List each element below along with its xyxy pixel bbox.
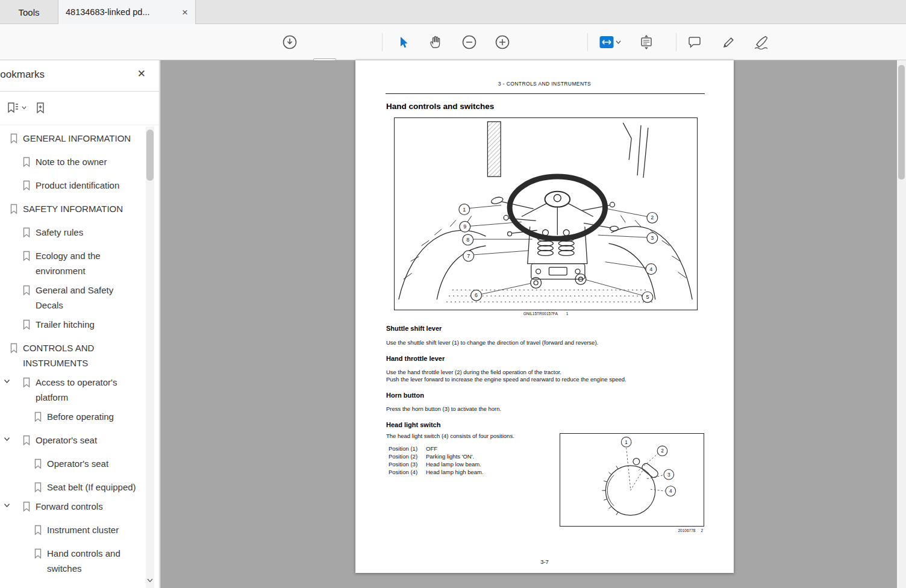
bookmark-list-icon	[6, 101, 19, 114]
position-value: Head lamp high beam.	[426, 469, 522, 475]
svg-text:3: 3	[651, 235, 654, 241]
bookmark-item-product-identification[interactable]: Product identification	[0, 174, 160, 197]
document-canvas[interactable]: 3 - CONTROLS AND INSTRUMENTS Hand contro…	[160, 60, 897, 588]
download-button[interactable]	[280, 32, 300, 52]
figure-1-code: GNIL15TR00157FA	[523, 311, 558, 316]
sidebar-scroll-down-button[interactable]	[146, 575, 154, 586]
select-tool-button[interactable]	[393, 32, 413, 52]
figure-2-code: 20106778	[678, 528, 695, 533]
sidebar-scrollbar-thumb[interactable]	[146, 130, 154, 181]
bookmark-item-ecology-and-the-environment[interactable]: Ecology and the environment	[0, 244, 160, 278]
sidebar-scrollbar[interactable]	[146, 127, 154, 588]
bookmark-item-general-and-safety-decals[interactable]: General and Safety Decals	[0, 278, 160, 313]
position-label: Position (2)	[389, 453, 423, 460]
section-heading: Horn button	[386, 392, 424, 399]
chevron-down-icon[interactable]	[4, 379, 10, 384]
section-heading: Head light switch	[386, 421, 440, 428]
window-tab-bar: Tools 48134683-linked pd... ×	[0, 0, 906, 24]
bookmarks-tree: GENERAL INFORMATION Note to the owner Pr…	[0, 127, 160, 576]
bookmark-label: General and Safety Decals	[36, 283, 139, 313]
bookmark-item-general-information[interactable]: GENERAL INFORMATION	[0, 127, 160, 150]
chevron-down-icon	[22, 106, 27, 110]
bookmark-label: Safety rules	[36, 225, 139, 240]
document-tab[interactable]: 48134683-linked pd... ×	[58, 0, 196, 24]
document-scrollbar-thumb[interactable]	[898, 65, 905, 180]
position-label: Position (4)	[389, 469, 423, 475]
svg-text:6: 6	[475, 292, 478, 298]
chevron-down-icon[interactable]	[4, 437, 10, 442]
bookmark-icon	[22, 435, 31, 446]
main-toolbar: / 140 54.5%	[0, 24, 906, 60]
zoom-out-icon	[461, 34, 477, 50]
bookmark-item-safety-rules[interactable]: Safety rules	[0, 220, 160, 244]
position-label: Position (3)	[389, 461, 423, 468]
bookmark-icon	[22, 319, 31, 330]
bookmark-item-seat-belt[interactable]: Seat belt (If equipped)	[0, 475, 160, 495]
close-tab-icon[interactable]: ×	[182, 7, 188, 17]
section-text: Push the lever forward to increase the e…	[386, 376, 626, 384]
page-scrolling-button[interactable]	[636, 32, 657, 52]
bookmark-item-operators-seat[interactable]: Operator's seat	[0, 452, 160, 475]
zoom-out-button[interactable]	[459, 32, 480, 52]
bookmarks-panel-title: Bookmarks	[0, 69, 45, 81]
toolbar-separator	[382, 33, 383, 51]
page-footer: 3-7	[355, 558, 734, 565]
pencil-icon	[722, 35, 736, 49]
bookmark-icon	[33, 525, 43, 536]
tools-tab[interactable]: Tools	[0, 0, 58, 24]
bookmark-label: Trailer hitching	[36, 317, 139, 332]
bookmark-icon	[33, 458, 43, 469]
fill-sign-button[interactable]	[751, 32, 772, 52]
bookmarks-toolbar	[0, 92, 159, 125]
figure-2-number: 2	[701, 528, 703, 533]
svg-text:5: 5	[646, 294, 649, 300]
bookmark-label: SAFETY INFORMATION	[23, 201, 134, 216]
bookmark-icon	[22, 227, 31, 238]
bookmark-label: Seat belt (If equipped)	[47, 480, 137, 495]
bookmark-options-button[interactable]	[4, 98, 29, 117]
bookmark-item-safety-information[interactable]: SAFETY INFORMATION	[0, 197, 160, 220]
position-value: OFF	[426, 445, 522, 452]
fit-options-caret[interactable]	[613, 32, 623, 52]
header-rule	[386, 93, 705, 94]
svg-text:4: 4	[649, 266, 652, 272]
bookmark-icon	[9, 133, 19, 144]
document-tab-label: 48134683-linked pd...	[66, 7, 149, 17]
bookmark-item-instrument-cluster[interactable]: Instrument cluster	[0, 518, 160, 542]
bookmark-item-before-operating[interactable]: Before operating	[0, 405, 160, 428]
bookmark-icon	[22, 157, 31, 167]
close-panel-icon[interactable]: ✕	[137, 67, 146, 80]
bookmark-label: Before operating	[47, 409, 137, 424]
hand-tool-button[interactable]	[425, 32, 446, 52]
bookmark-label: CONTROLS AND INSTRUMENTS	[23, 340, 134, 371]
zoom-in-button[interactable]	[492, 32, 513, 52]
new-bookmark-button[interactable]	[31, 98, 49, 117]
comment-button[interactable]	[684, 32, 705, 52]
bookmark-item-controls-and-instruments[interactable]: CONTROLS AND INSTRUMENTS	[0, 336, 160, 371]
bookmark-item-access-to-operators-platform[interactable]: Access to operator's platform	[0, 371, 160, 405]
svg-text:3: 3	[667, 472, 670, 478]
bookmark-icon	[22, 377, 31, 388]
highlight-pencil-button[interactable]	[719, 32, 739, 52]
bookmark-icon	[22, 251, 31, 261]
position-value: Parking lights 'ON'.	[426, 453, 522, 460]
section-heading: Hand throttle lever	[386, 355, 445, 362]
svg-text:1: 1	[463, 207, 466, 213]
bookmark-label: Access to operator's platform	[36, 375, 139, 405]
bookmark-item-forward-controls[interactable]: Forward controls	[0, 495, 160, 518]
chevron-down-icon[interactable]	[4, 503, 10, 508]
bookmark-item-trailer-hitching[interactable]: Trailer hitching	[0, 313, 160, 336]
comment-bubble-icon	[687, 35, 702, 49]
bookmark-item-hand-controls-and-switches[interactable]: Hand controls and switches	[0, 542, 160, 576]
bookmark-icon	[22, 285, 31, 296]
bookmark-icon	[33, 411, 43, 422]
figure-1-caption: GNIL15TR00157FA 1	[394, 311, 698, 316]
bookmark-label: Note to the owner	[36, 154, 139, 169]
select-cursor-icon	[397, 36, 409, 49]
bookmark-label: Ecology and the environment	[36, 248, 139, 278]
document-scrollbar[interactable]	[897, 60, 906, 588]
position-label: Position (1)	[389, 445, 423, 452]
tools-tab-label: Tools	[18, 7, 39, 17]
bookmark-item-note-to-the-owner[interactable]: Note to the owner	[0, 150, 160, 174]
bookmark-item-operators-seat-group[interactable]: Operator's seat	[0, 428, 160, 452]
